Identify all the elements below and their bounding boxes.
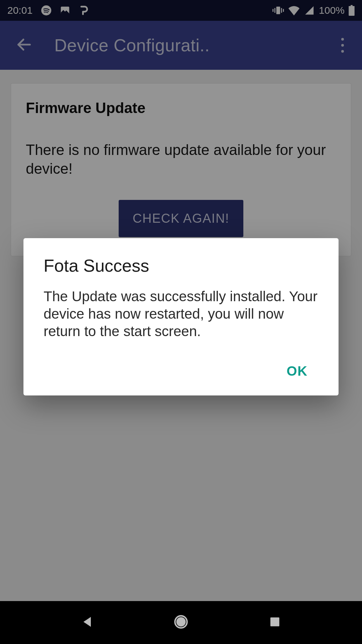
dialog-actions: OK — [44, 359, 318, 383]
triangle-back-icon — [80, 614, 95, 631]
dialog-body: The Update was successfully installed. Y… — [44, 288, 318, 340]
nav-recents-button[interactable] — [263, 611, 287, 634]
dialog-title: Fota Success — [44, 256, 318, 276]
fota-success-dialog: Fota Success The Update was successfully… — [23, 238, 339, 395]
square-recents-icon — [268, 615, 282, 630]
nav-home-button[interactable] — [169, 611, 193, 634]
nav-back-button[interactable] — [75, 611, 99, 634]
circle-home-icon — [173, 614, 189, 631]
ok-button[interactable]: OK — [276, 359, 318, 383]
svg-point-11 — [176, 617, 186, 627]
navigation-bar — [0, 601, 362, 644]
svg-rect-12 — [270, 618, 280, 627]
